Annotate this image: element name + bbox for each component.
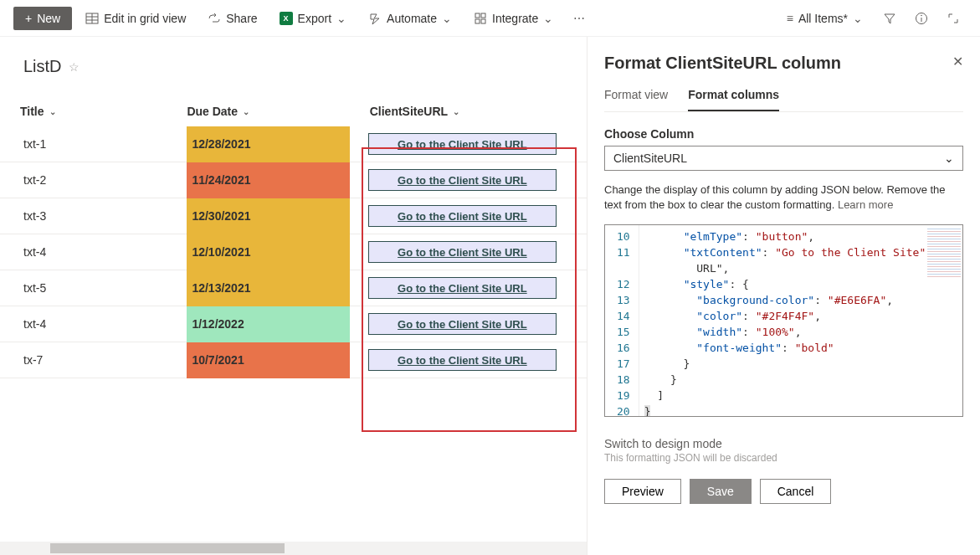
chevron-down-icon: ⌄ xyxy=(853,12,863,25)
design-mode-sub: This formatting JSON will be discarded xyxy=(604,452,963,464)
client-site-url-button[interactable]: Go to the Client Site URL xyxy=(368,313,557,335)
learn-more-link[interactable]: Learn more xyxy=(838,198,893,211)
cell-url: Go to the Client Site URL xyxy=(358,313,567,335)
command-bar: + New Edit in grid view Share X Export ⌄… xyxy=(0,0,980,37)
export-label: Export xyxy=(298,12,331,25)
horizontal-scrollbar[interactable] xyxy=(0,542,587,555)
panel-title: Format ClientSiteURL column xyxy=(604,54,963,73)
client-site-url-button[interactable]: Go to the Client Site URL xyxy=(368,349,557,371)
chevron-down-icon: ⌄ xyxy=(944,152,954,165)
client-site-url-button[interactable]: Go to the Client Site URL xyxy=(368,133,557,155)
expand-icon xyxy=(947,12,960,25)
table-row[interactable]: txt-211/24/2021Go to the Client Site URL xyxy=(0,162,587,198)
table-row[interactable]: txt-512/13/2021Go to the Client Site URL xyxy=(0,270,587,306)
cell-title: txt-4 xyxy=(20,317,187,331)
line-gutter: 1011 121314151617181920 xyxy=(605,225,639,416)
filter-button[interactable] xyxy=(876,8,903,28)
code-content[interactable]: "elmType": "button", "txtContent": "Go t… xyxy=(639,225,962,416)
svg-rect-4 xyxy=(475,13,480,18)
cell-due: 12/30/2021 xyxy=(187,198,357,234)
tab-format-view[interactable]: Format view xyxy=(604,88,668,111)
cell-title: txt-1 xyxy=(20,137,187,151)
automate-button[interactable]: Automate ⌄ xyxy=(360,8,460,28)
new-label: New xyxy=(37,12,60,25)
automate-label: Automate xyxy=(387,12,437,25)
cell-title: txt-4 xyxy=(20,245,187,259)
cell-url: Go to the Client Site URL xyxy=(358,241,567,263)
design-mode-link[interactable]: Switch to design mode xyxy=(604,437,963,450)
integrate-icon xyxy=(474,12,487,25)
chevron-down-icon: ⌄ xyxy=(442,12,452,25)
cell-url: Go to the Client Site URL xyxy=(358,205,567,227)
chevron-down-icon: ⌄ xyxy=(543,12,553,25)
column-header-title[interactable]: Title⌄ xyxy=(20,96,187,126)
choose-column-label: Choose Column xyxy=(604,127,963,141)
edit-grid-button[interactable]: Edit in grid view xyxy=(77,8,194,28)
table-row[interactable]: txt-41/12/2022Go to the Client Site URL xyxy=(0,306,587,342)
chevron-down-icon: ⌄ xyxy=(453,107,459,116)
preview-button[interactable]: Preview xyxy=(604,479,681,504)
client-site-url-button[interactable]: Go to the Client Site URL xyxy=(368,205,557,227)
chevron-down-icon: ⌄ xyxy=(243,107,249,116)
chevron-down-icon: ⌄ xyxy=(49,107,56,116)
cancel-button[interactable]: Cancel xyxy=(760,479,832,504)
tab-format-columns[interactable]: Format columns xyxy=(688,88,779,111)
edit-grid-label: Edit in grid view xyxy=(104,12,186,25)
table-row[interactable]: txt-312/30/2021Go to the Client Site URL xyxy=(0,198,587,234)
choose-column-value: ClientSiteURL xyxy=(613,152,687,165)
view-selector[interactable]: ≡ All Items* ⌄ xyxy=(778,8,871,28)
integrate-button[interactable]: Integrate ⌄ xyxy=(465,8,562,28)
cell-title: txt-2 xyxy=(20,173,187,187)
cell-due: 10/7/2021 xyxy=(187,342,357,378)
table-row[interactable]: txt-112/28/2021Go to the Client Site URL xyxy=(0,126,587,162)
table-row[interactable]: tx-710/7/2021Go to the Client Site URL xyxy=(0,342,587,378)
table-row[interactable]: txt-412/10/2021Go to the Client Site URL xyxy=(0,234,587,270)
info-button[interactable] xyxy=(908,8,935,28)
favorite-icon[interactable]: ☆ xyxy=(69,60,80,74)
info-icon xyxy=(915,12,928,25)
expand-button[interactable] xyxy=(940,8,967,28)
list-icon: ≡ xyxy=(787,12,793,25)
client-site-url-button[interactable]: Go to the Client Site URL xyxy=(368,241,557,263)
share-button[interactable]: Share xyxy=(199,8,265,28)
client-site-url-button[interactable]: Go to the Client Site URL xyxy=(368,277,557,299)
column-header-url[interactable]: ClientSiteURL⌄ xyxy=(358,96,567,126)
chevron-down-icon: ⌄ xyxy=(336,12,346,25)
filter-icon xyxy=(883,12,896,25)
grid-icon xyxy=(85,12,99,25)
column-header-due[interactable]: Due Date⌄ xyxy=(187,96,357,126)
overflow-button[interactable]: ⋯ xyxy=(567,8,592,28)
view-label: All Items* xyxy=(798,12,848,25)
help-text: Change the display of this column by add… xyxy=(604,182,963,213)
cell-title: txt-5 xyxy=(20,281,187,295)
plus-icon: + xyxy=(25,12,32,25)
svg-rect-5 xyxy=(481,13,485,18)
close-button[interactable]: ✕ xyxy=(952,54,963,69)
automate-icon xyxy=(368,12,382,25)
client-site-url-button[interactable]: Go to the Client Site URL xyxy=(368,169,557,191)
share-icon xyxy=(208,12,221,25)
minimap xyxy=(927,227,961,277)
list-area: ListD ☆ Title⌄ Due Date⌄ ClientSiteURL⌄ … xyxy=(0,37,587,555)
list-grid: Title⌄ Due Date⌄ ClientSiteURL⌄ txt-112/… xyxy=(0,96,587,378)
share-label: Share xyxy=(226,12,257,25)
cell-url: Go to the Client Site URL xyxy=(358,277,567,299)
new-button[interactable]: + New xyxy=(13,7,72,30)
svg-point-10 xyxy=(921,14,922,16)
json-editor[interactable]: 1011 121314151617181920 "elmType": "butt… xyxy=(604,224,963,417)
cell-url: Go to the Client Site URL xyxy=(358,349,567,371)
cell-due: 12/13/2021 xyxy=(187,270,357,306)
export-button[interactable]: X Export ⌄ xyxy=(271,8,355,28)
cell-due: 1/12/2022 xyxy=(187,306,357,342)
save-button[interactable]: Save xyxy=(690,479,752,504)
cell-due: 12/10/2021 xyxy=(187,234,357,270)
svg-rect-6 xyxy=(475,19,480,23)
cell-due: 11/24/2021 xyxy=(187,162,357,198)
cell-url: Go to the Client Site URL xyxy=(358,169,567,191)
cell-title: txt-3 xyxy=(20,209,187,223)
cell-url: Go to the Client Site URL xyxy=(358,133,567,155)
format-panel: ✕ Format ClientSiteURL column Format vie… xyxy=(587,37,980,555)
choose-column-select[interactable]: ClientSiteURL ⌄ xyxy=(604,146,963,171)
cell-title: tx-7 xyxy=(20,353,187,367)
cell-due: 12/28/2021 xyxy=(187,126,357,162)
